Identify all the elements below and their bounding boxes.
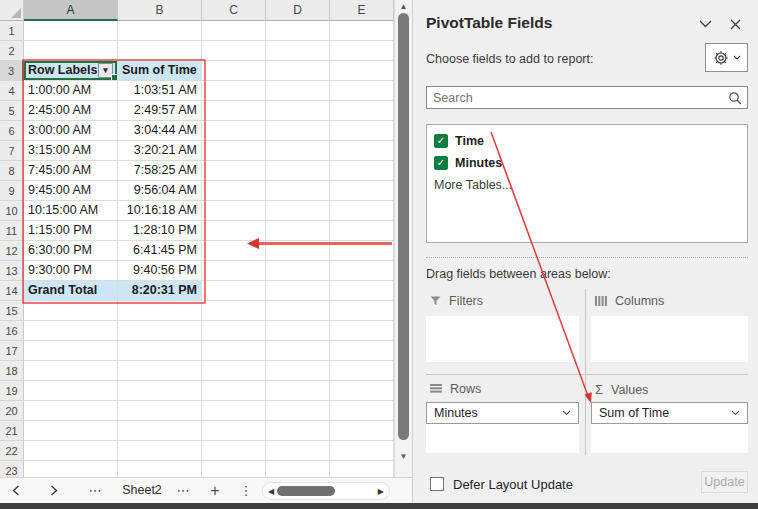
cell-B19[interactable] bbox=[118, 381, 202, 401]
row-header-19[interactable]: 19 bbox=[0, 381, 24, 401]
values-drop-area[interactable]: Sum of Time bbox=[591, 402, 748, 453]
cell-C9[interactable] bbox=[202, 181, 266, 201]
vertical-scrollbar-thumb[interactable] bbox=[398, 13, 409, 440]
cell-D2[interactable] bbox=[266, 41, 330, 61]
cell-E10[interactable] bbox=[330, 201, 394, 221]
rows-field-pill-minutes[interactable]: Minutes bbox=[426, 402, 579, 424]
columns-drop-area[interactable] bbox=[591, 316, 748, 362]
cell-A2[interactable] bbox=[24, 41, 118, 61]
defer-layout-checkbox[interactable] bbox=[430, 477, 444, 491]
cell-C8[interactable] bbox=[202, 161, 266, 181]
cell-C14[interactable] bbox=[202, 281, 266, 301]
cell-C16[interactable] bbox=[202, 321, 266, 341]
cell-B11[interactable]: 1:28:10 PM bbox=[118, 221, 202, 241]
cell-B7[interactable]: 3:20:21 AM bbox=[118, 141, 202, 161]
row-header-11[interactable]: 11 bbox=[0, 221, 24, 241]
sheet-options-ellipsis[interactable]: ⋯ bbox=[172, 478, 194, 503]
cell-B16[interactable] bbox=[118, 321, 202, 341]
cell-E9[interactable] bbox=[330, 181, 394, 201]
cell-B4[interactable]: 1:03:51 AM bbox=[118, 81, 202, 101]
cell-B1[interactable] bbox=[118, 21, 202, 41]
cell-D8[interactable] bbox=[266, 161, 330, 181]
cell-A14[interactable]: Grand Total bbox=[24, 281, 118, 301]
vertical-scrollbar[interactable]: ▲ ▼ bbox=[394, 0, 412, 477]
cell-B3[interactable]: Sum of Time bbox=[118, 61, 202, 81]
cell-C23[interactable] bbox=[202, 461, 266, 477]
cell-B22[interactable] bbox=[118, 441, 202, 461]
search-icon[interactable] bbox=[728, 91, 742, 105]
field-item-minutes[interactable]: ✓ Minutes bbox=[434, 152, 740, 174]
row-header-23[interactable]: 23 bbox=[0, 461, 24, 477]
cell-A8[interactable]: 7:45:00 AM bbox=[24, 161, 118, 181]
scroll-up-icon[interactable]: ▲ bbox=[395, 2, 412, 11]
cell-A3[interactable]: Row Labels▾ bbox=[24, 61, 118, 81]
cell-C11[interactable] bbox=[202, 221, 266, 241]
cell-C20[interactable] bbox=[202, 401, 266, 421]
cell-E13[interactable] bbox=[330, 261, 394, 281]
row-header-17[interactable]: 17 bbox=[0, 341, 24, 361]
rows-drop-area[interactable]: Minutes bbox=[426, 402, 579, 453]
row-header-8[interactable]: 8 bbox=[0, 161, 24, 181]
cell-A16[interactable] bbox=[24, 321, 118, 341]
cell-D6[interactable] bbox=[266, 121, 330, 141]
cell-A21[interactable] bbox=[24, 421, 118, 441]
cell-E23[interactable] bbox=[330, 461, 394, 477]
cell-A7[interactable]: 3:15:00 AM bbox=[24, 141, 118, 161]
cell-B15[interactable] bbox=[118, 301, 202, 321]
cell-E6[interactable] bbox=[330, 121, 394, 141]
sheet-tab-sheet2[interactable]: Sheet2 bbox=[116, 478, 168, 503]
cell-E5[interactable] bbox=[330, 101, 394, 121]
select-all-corner[interactable] bbox=[0, 0, 24, 21]
cell-E18[interactable] bbox=[330, 361, 394, 381]
cell-D12[interactable] bbox=[266, 241, 330, 261]
cell-D5[interactable] bbox=[266, 101, 330, 121]
cell-A1[interactable] bbox=[24, 21, 118, 41]
horizontal-scrollbar[interactable]: ◀ ▶ bbox=[262, 482, 390, 500]
cell-D15[interactable] bbox=[266, 301, 330, 321]
cell-E8[interactable] bbox=[330, 161, 394, 181]
row-header-16[interactable]: 16 bbox=[0, 321, 24, 341]
cell-C22[interactable] bbox=[202, 441, 266, 461]
cell-A18[interactable] bbox=[24, 361, 118, 381]
checked-checkbox-icon[interactable]: ✓ bbox=[434, 156, 448, 170]
scroll-down-icon[interactable]: ▼ bbox=[395, 452, 412, 461]
selection-fill-handle[interactable] bbox=[111, 74, 118, 81]
cell-D3[interactable] bbox=[266, 61, 330, 81]
search-input[interactable] bbox=[427, 91, 728, 105]
cell-C2[interactable] bbox=[202, 41, 266, 61]
cell-E12[interactable] bbox=[330, 241, 394, 261]
cell-A15[interactable] bbox=[24, 301, 118, 321]
cell-A9[interactable]: 9:45:00 AM bbox=[24, 181, 118, 201]
row-header-3[interactable]: 3 bbox=[0, 61, 24, 81]
cell-C5[interactable] bbox=[202, 101, 266, 121]
cell-A4[interactable]: 1:00:00 AM bbox=[24, 81, 118, 101]
cell-B5[interactable]: 2:49:57 AM bbox=[118, 101, 202, 121]
horizontal-scrollbar-thumb[interactable] bbox=[277, 486, 335, 496]
cell-A20[interactable] bbox=[24, 401, 118, 421]
cell-D1[interactable] bbox=[266, 21, 330, 41]
cell-E3[interactable] bbox=[330, 61, 394, 81]
row-header-6[interactable]: 6 bbox=[0, 121, 24, 141]
cell-D9[interactable] bbox=[266, 181, 330, 201]
cell-D23[interactable] bbox=[266, 461, 330, 477]
column-header-E[interactable]: E bbox=[330, 0, 394, 21]
cell-D11[interactable] bbox=[266, 221, 330, 241]
row-header-20[interactable]: 20 bbox=[0, 401, 24, 421]
cell-D4[interactable] bbox=[266, 81, 330, 101]
column-header-D[interactable]: D bbox=[266, 0, 330, 21]
cell-A17[interactable] bbox=[24, 341, 118, 361]
cell-E19[interactable] bbox=[330, 381, 394, 401]
cell-E2[interactable] bbox=[330, 41, 394, 61]
cell-D10[interactable] bbox=[266, 201, 330, 221]
filters-drop-area[interactable] bbox=[426, 316, 579, 362]
row-header-2[interactable]: 2 bbox=[0, 41, 24, 61]
column-header-A[interactable]: A bbox=[24, 0, 118, 21]
cell-B10[interactable]: 10:16:18 AM bbox=[118, 201, 202, 221]
pane-close-button[interactable] bbox=[730, 19, 741, 30]
cell-D20[interactable] bbox=[266, 401, 330, 421]
cell-D21[interactable] bbox=[266, 421, 330, 441]
cell-C19[interactable] bbox=[202, 381, 266, 401]
row-header-15[interactable]: 15 bbox=[0, 301, 24, 321]
cell-D19[interactable] bbox=[266, 381, 330, 401]
pane-collapse-button[interactable] bbox=[699, 20, 712, 28]
